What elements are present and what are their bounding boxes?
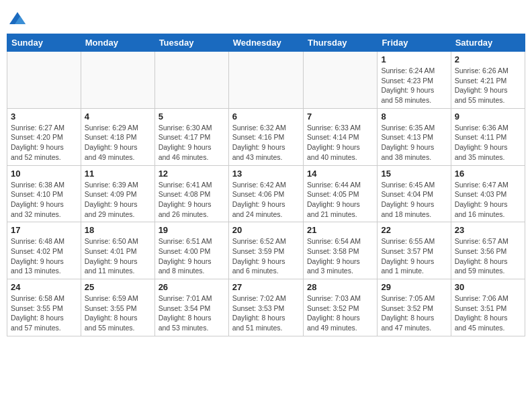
day-info: Sunrise: 7:02 AMSunset: 3:53 PMDaylight:…: [232, 293, 300, 333]
calendar-cell: 27Sunrise: 7:02 AMSunset: 3:53 PMDayligh…: [228, 279, 303, 336]
calendar-cell: 28Sunrise: 7:03 AMSunset: 3:52 PMDayligh…: [303, 279, 377, 336]
day-number: 18: [85, 225, 151, 235]
day-info: Sunrise: 6:57 AMSunset: 3:56 PMDaylight:…: [455, 236, 521, 276]
day-info: Sunrise: 6:42 AMSunset: 4:06 PMDaylight:…: [232, 180, 300, 220]
week-row-4: 24Sunrise: 6:58 AMSunset: 3:55 PMDayligh…: [7, 279, 525, 336]
day-number: 7: [307, 111, 373, 122]
calendar-table: SundayMondayTuesdayWednesdayThursdayFrid…: [7, 34, 525, 336]
day-number: 11: [85, 169, 151, 179]
day-number: 21: [307, 225, 373, 235]
calendar-cell: 4Sunrise: 6:29 AMSunset: 4:18 PMDaylight…: [81, 108, 154, 165]
calendar-cell: 13Sunrise: 6:42 AMSunset: 4:06 PMDayligh…: [228, 165, 303, 222]
calendar-cell: 24Sunrise: 6:58 AMSunset: 3:55 PMDayligh…: [7, 279, 81, 336]
day-info: Sunrise: 6:24 AMSunset: 4:23 PMDaylight:…: [381, 66, 447, 105]
day-number: 14: [307, 169, 373, 179]
calendar-cell: 17Sunrise: 6:48 AMSunset: 4:02 PMDayligh…: [7, 222, 81, 279]
weekday-header-monday: Monday: [81, 34, 154, 52]
day-number: 19: [159, 225, 225, 235]
calendar-cell: 18Sunrise: 6:50 AMSunset: 4:01 PMDayligh…: [81, 222, 154, 279]
calendar-cell: 15Sunrise: 6:45 AMSunset: 4:04 PMDayligh…: [378, 165, 451, 222]
weekday-header-saturday: Saturday: [451, 34, 525, 52]
day-number: 27: [232, 282, 300, 292]
calendar-cell: 30Sunrise: 7:06 AMSunset: 3:51 PMDayligh…: [451, 279, 525, 336]
day-info: Sunrise: 7:01 AMSunset: 3:54 PMDaylight:…: [159, 293, 225, 333]
calendar-cell: 7Sunrise: 6:33 AMSunset: 4:14 PMDaylight…: [303, 108, 377, 165]
day-info: Sunrise: 6:27 AMSunset: 4:20 PMDaylight:…: [11, 123, 77, 163]
day-info: Sunrise: 6:29 AMSunset: 4:18 PMDaylight:…: [85, 123, 151, 163]
day-info: Sunrise: 6:41 AMSunset: 4:08 PMDaylight:…: [159, 180, 225, 220]
week-row-2: 10Sunrise: 6:38 AMSunset: 4:10 PMDayligh…: [7, 165, 525, 222]
calendar-cell: 19Sunrise: 6:51 AMSunset: 4:00 PMDayligh…: [154, 222, 228, 279]
calendar-cell: 14Sunrise: 6:44 AMSunset: 4:05 PMDayligh…: [303, 165, 377, 222]
day-number: 10: [11, 169, 77, 179]
day-number: 1: [381, 54, 447, 64]
calendar-cell: 23Sunrise: 6:57 AMSunset: 3:56 PMDayligh…: [451, 222, 525, 279]
day-number: 2: [455, 54, 521, 64]
day-number: 24: [11, 282, 77, 292]
day-info: Sunrise: 6:47 AMSunset: 4:03 PMDaylight:…: [455, 180, 521, 220]
week-row-1: 3Sunrise: 6:27 AMSunset: 4:20 PMDaylight…: [7, 108, 525, 165]
day-info: Sunrise: 6:30 AMSunset: 4:17 PMDaylight:…: [159, 123, 225, 163]
day-number: 28: [307, 282, 373, 292]
calendar-cell: 16Sunrise: 6:47 AMSunset: 4:03 PMDayligh…: [451, 165, 525, 222]
day-number: 12: [159, 169, 225, 179]
day-number: 16: [455, 169, 521, 179]
weekday-header-tuesday: Tuesday: [154, 34, 228, 52]
day-number: 25: [85, 282, 151, 292]
day-number: 15: [381, 169, 447, 179]
weekday-header-sunday: Sunday: [7, 34, 81, 52]
day-info: Sunrise: 6:45 AMSunset: 4:04 PMDaylight:…: [381, 180, 447, 220]
day-number: 6: [232, 111, 300, 122]
day-number: 23: [455, 225, 521, 235]
calendar-cell: 2Sunrise: 6:26 AMSunset: 4:21 PMDaylight…: [451, 52, 525, 109]
day-number: 22: [381, 225, 447, 235]
calendar-cell: 29Sunrise: 7:05 AMSunset: 3:52 PMDayligh…: [378, 279, 451, 336]
header: [7, 7, 525, 28]
day-info: Sunrise: 6:59 AMSunset: 3:55 PMDaylight:…: [85, 293, 151, 333]
day-number: 29: [381, 282, 447, 292]
calendar-cell: [154, 52, 228, 109]
logo-icon: [8, 9, 27, 28]
weekday-header-friday: Friday: [378, 34, 451, 52]
day-info: Sunrise: 7:05 AMSunset: 3:52 PMDaylight:…: [381, 293, 447, 333]
calendar-cell: 26Sunrise: 7:01 AMSunset: 3:54 PMDayligh…: [154, 279, 228, 336]
calendar-cell: 5Sunrise: 6:30 AMSunset: 4:17 PMDaylight…: [154, 108, 228, 165]
day-number: 5: [159, 111, 225, 122]
calendar-cell: [7, 52, 81, 109]
day-info: Sunrise: 7:06 AMSunset: 3:51 PMDaylight:…: [455, 293, 521, 333]
weekday-header-thursday: Thursday: [303, 34, 377, 52]
calendar-cell: 6Sunrise: 6:32 AMSunset: 4:16 PMDaylight…: [228, 108, 303, 165]
week-row-0: 1Sunrise: 6:24 AMSunset: 4:23 PMDaylight…: [7, 52, 525, 109]
day-number: 4: [85, 111, 151, 122]
day-info: Sunrise: 6:35 AMSunset: 4:13 PMDaylight:…: [381, 123, 447, 163]
day-info: Sunrise: 6:52 AMSunset: 3:59 PMDaylight:…: [232, 236, 300, 276]
day-number: 30: [455, 282, 521, 292]
day-info: Sunrise: 6:32 AMSunset: 4:16 PMDaylight:…: [232, 123, 300, 163]
day-info: Sunrise: 6:54 AMSunset: 3:58 PMDaylight:…: [307, 236, 373, 276]
day-number: 26: [159, 282, 225, 292]
day-info: Sunrise: 6:26 AMSunset: 4:21 PMDaylight:…: [455, 66, 521, 105]
weekday-header-row: SundayMondayTuesdayWednesdayThursdayFrid…: [7, 34, 525, 52]
day-info: Sunrise: 6:33 AMSunset: 4:14 PMDaylight:…: [307, 123, 373, 163]
calendar-cell: 20Sunrise: 6:52 AMSunset: 3:59 PMDayligh…: [228, 222, 303, 279]
calendar-cell: 8Sunrise: 6:35 AMSunset: 4:13 PMDaylight…: [378, 108, 451, 165]
day-number: 8: [381, 111, 447, 122]
day-info: Sunrise: 6:36 AMSunset: 4:11 PMDaylight:…: [455, 123, 521, 163]
calendar-cell: 11Sunrise: 6:39 AMSunset: 4:09 PMDayligh…: [81, 165, 154, 222]
day-number: 13: [232, 169, 300, 179]
calendar-cell: 22Sunrise: 6:55 AMSunset: 3:57 PMDayligh…: [378, 222, 451, 279]
day-number: 20: [232, 225, 300, 235]
day-info: Sunrise: 6:55 AMSunset: 3:57 PMDaylight:…: [381, 236, 447, 276]
calendar-cell: 10Sunrise: 6:38 AMSunset: 4:10 PMDayligh…: [7, 165, 81, 222]
day-info: Sunrise: 6:38 AMSunset: 4:10 PMDaylight:…: [11, 180, 77, 220]
day-info: Sunrise: 6:39 AMSunset: 4:09 PMDaylight:…: [85, 180, 151, 220]
calendar-cell: 1Sunrise: 6:24 AMSunset: 4:23 PMDaylight…: [378, 52, 451, 109]
day-number: 3: [11, 111, 77, 122]
calendar-cell: 21Sunrise: 6:54 AMSunset: 3:58 PMDayligh…: [303, 222, 377, 279]
day-info: Sunrise: 6:50 AMSunset: 4:01 PMDaylight:…: [85, 236, 151, 276]
day-info: Sunrise: 6:58 AMSunset: 3:55 PMDaylight:…: [11, 293, 77, 333]
day-info: Sunrise: 6:48 AMSunset: 4:02 PMDaylight:…: [11, 236, 77, 276]
calendar-cell: [303, 52, 377, 109]
day-number: 9: [455, 111, 521, 122]
calendar-cell: 3Sunrise: 6:27 AMSunset: 4:20 PMDaylight…: [7, 108, 81, 165]
